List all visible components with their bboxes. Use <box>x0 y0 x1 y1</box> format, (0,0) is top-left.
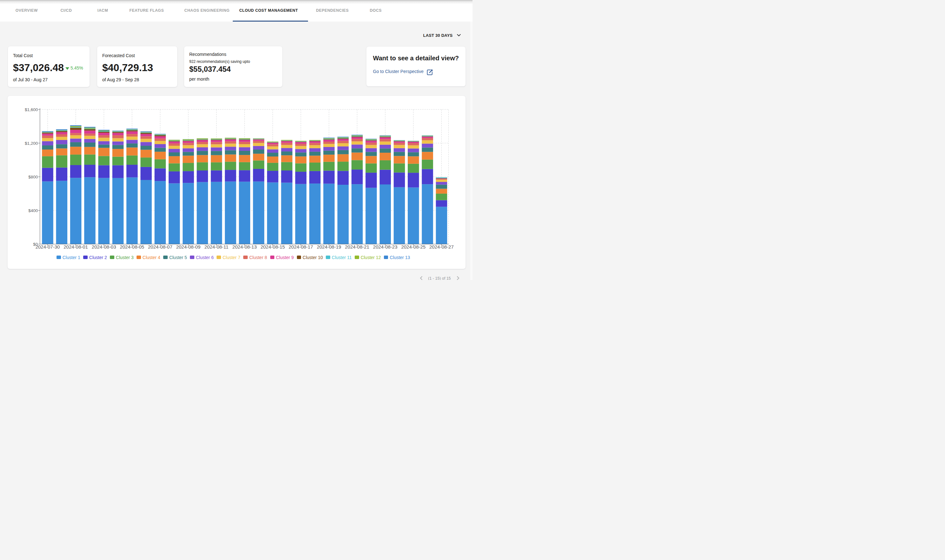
svg-text:2024-08-15: 2024-08-15 <box>260 244 285 249</box>
svg-text:2024-08-09: 2024-08-09 <box>176 244 200 249</box>
svg-text:2024-08-19: 2024-08-19 <box>317 244 341 249</box>
svg-text:2024-08-17: 2024-08-17 <box>289 244 313 249</box>
svg-text:2024-08-07: 2024-08-07 <box>148 244 172 249</box>
svg-text:2024-07-30: 2024-07-30 <box>35 244 60 249</box>
svg-text:2024-08-27: 2024-08-27 <box>429 244 454 249</box>
svg-text:2024-08-23: 2024-08-23 <box>373 244 397 249</box>
svg-text:$1,600: $1,600 <box>25 107 37 112</box>
svg-text:2024-08-11: 2024-08-11 <box>204 244 228 249</box>
svg-text:$400: $400 <box>28 208 38 213</box>
svg-text:2024-08-21: 2024-08-21 <box>345 244 369 249</box>
svg-text:2024-08-25: 2024-08-25 <box>401 244 425 249</box>
svg-text:$800: $800 <box>28 175 38 179</box>
svg-text:2024-08-03: 2024-08-03 <box>91 244 116 249</box>
svg-text:2024-08-05: 2024-08-05 <box>120 244 144 249</box>
svg-text:2024-08-13: 2024-08-13 <box>232 244 257 249</box>
svg-text:2024-08-01: 2024-08-01 <box>63 244 88 249</box>
svg-text:$1,200: $1,200 <box>25 141 37 146</box>
